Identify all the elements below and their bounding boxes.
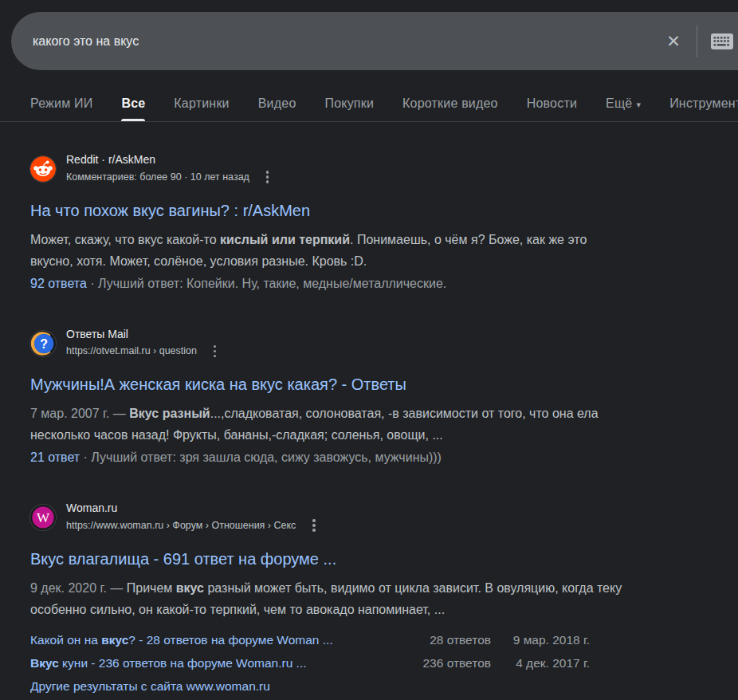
virtual-keyboard-button[interactable] bbox=[710, 32, 734, 51]
tab-tools[interactable]: Инструменты bbox=[669, 85, 738, 121]
chevron-down-icon: ▾ bbox=[636, 100, 641, 109]
sublink-answers-count: 236 ответов bbox=[391, 651, 491, 674]
result-header[interactable]: W Woman.ru https://www.woman.ru › Форум … bbox=[30, 501, 724, 534]
inline-answers-link[interactable]: 92 ответа bbox=[30, 277, 87, 290]
sublink-date: 9 мар. 2018 г. bbox=[491, 628, 590, 651]
result-snippet: 9 дек. 2020 г. — Причем вкус разный може… bbox=[30, 577, 724, 620]
result-title-link[interactable]: Вкус влагалища - 691 ответ на форуме ... bbox=[30, 549, 336, 569]
search-result: Reddit · r/AskMen Комментариев: более 90… bbox=[30, 153, 724, 294]
svg-text:?: ? bbox=[40, 336, 48, 350]
result-snippet: Может, скажу, что вкус какой-то кислый и… bbox=[30, 229, 724, 272]
tab-shopping[interactable]: Покупки bbox=[324, 85, 374, 121]
inline-answers-link[interactable]: 21 ответ bbox=[30, 450, 80, 464]
search-result: W Woman.ru https://www.woman.ru › Форум … bbox=[30, 501, 724, 698]
search-results: Reddit · r/AskMen Комментариев: более 90… bbox=[30, 153, 724, 700]
close-icon: ✕ bbox=[666, 32, 681, 50]
sublink-title-link[interactable]: Вкус куни - 236 ответов на форуме Woman.… bbox=[30, 651, 391, 674]
search-tabs-bar: Режим ИИ Все Картинки Видео Покупки Коро… bbox=[0, 85, 738, 122]
otvet-mail-ru-icon: ? bbox=[30, 331, 56, 356]
result-title-link[interactable]: На что похож вкус вагины? : r/AskMen bbox=[30, 200, 310, 221]
tab-more-label: Ещё bbox=[606, 96, 632, 110]
search-result: ? Ответы Mail https://otvet.mail.ru › qu… bbox=[30, 328, 724, 469]
sublink-answers-count: 28 ответов bbox=[391, 628, 491, 651]
sublink-row: Какой он на вкус? - 28 ответов на форуме… bbox=[30, 628, 724, 651]
sublink-date: 4 дек. 2017 г. bbox=[491, 651, 590, 674]
tab-short-videos[interactable]: Короткие видео bbox=[402, 85, 498, 121]
result-source-block: Ответы Mail https://otvet.mail.ru › ques… bbox=[66, 328, 218, 360]
reddit-icon bbox=[30, 156, 56, 182]
search-input[interactable] bbox=[33, 12, 622, 70]
more-options-button[interactable] bbox=[264, 168, 272, 186]
sublink-title-link[interactable]: Какой он на вкус? - 28 ответов на форуме… bbox=[30, 628, 391, 651]
site-name: Woman.ru bbox=[66, 501, 318, 514]
more-options-button[interactable] bbox=[310, 517, 318, 534]
woman-ru-icon: W bbox=[30, 505, 56, 530]
result-meta: Комментариев: более 90 · 10 лет назад bbox=[66, 171, 249, 183]
more-options-button[interactable] bbox=[211, 343, 219, 360]
result-snippet: 7 мар. 2007 г. — Вкус разный...,сладкова… bbox=[30, 403, 724, 446]
search-bar-divider bbox=[697, 26, 697, 57]
tab-images[interactable]: Картинки bbox=[174, 85, 229, 121]
site-name: Ответы Mail bbox=[66, 328, 218, 340]
keyboard-icon bbox=[710, 41, 734, 53]
clear-search-button[interactable]: ✕ bbox=[661, 29, 686, 54]
sublink-row: Другие результаты с сайта www.woman.ru bbox=[30, 674, 724, 698]
forum-sublinks-table: Какой он на вкус? - 28 ответов на форуме… bbox=[30, 628, 724, 698]
search-bar[interactable]: ✕ bbox=[11, 12, 738, 70]
result-header[interactable]: ? Ответы Mail https://otvet.mail.ru › qu… bbox=[30, 328, 724, 360]
result-title-link[interactable]: Мужчины!А женская киска на вкус какая? -… bbox=[30, 374, 406, 395]
result-footer: 92 ответа · Лучший ответ: Копейки. Ну, т… bbox=[30, 273, 724, 294]
tab-videos[interactable]: Видео bbox=[258, 85, 296, 121]
sublink-row: Вкус куни - 236 ответов на форуме Woman.… bbox=[30, 651, 724, 674]
site-name: Reddit · r/AskMen bbox=[66, 153, 271, 166]
result-footer: 21 ответ · Лучший ответ: зря зашла сюда,… bbox=[30, 446, 724, 468]
result-header[interactable]: Reddit · r/AskMen Комментариев: более 90… bbox=[30, 153, 724, 186]
site-url: https://www.woman.ru › Форум › Отношения… bbox=[66, 520, 296, 531]
tab-ai-mode[interactable]: Режим ИИ bbox=[30, 85, 92, 121]
result-source-block: Reddit · r/AskMen Комментариев: более 90… bbox=[66, 153, 271, 186]
site-url: https://otvet.mail.ru › question bbox=[66, 345, 197, 356]
tab-news[interactable]: Новости bbox=[527, 85, 577, 121]
tab-more[interactable]: Ещё▾ bbox=[606, 85, 641, 121]
result-source-block: Woman.ru https://www.woman.ru › Форум › … bbox=[66, 501, 318, 534]
more-results-link[interactable]: Другие результаты с сайта www.woman.ru bbox=[30, 674, 590, 698]
tab-all[interactable]: Все bbox=[121, 85, 145, 121]
svg-text:W: W bbox=[37, 510, 50, 525]
